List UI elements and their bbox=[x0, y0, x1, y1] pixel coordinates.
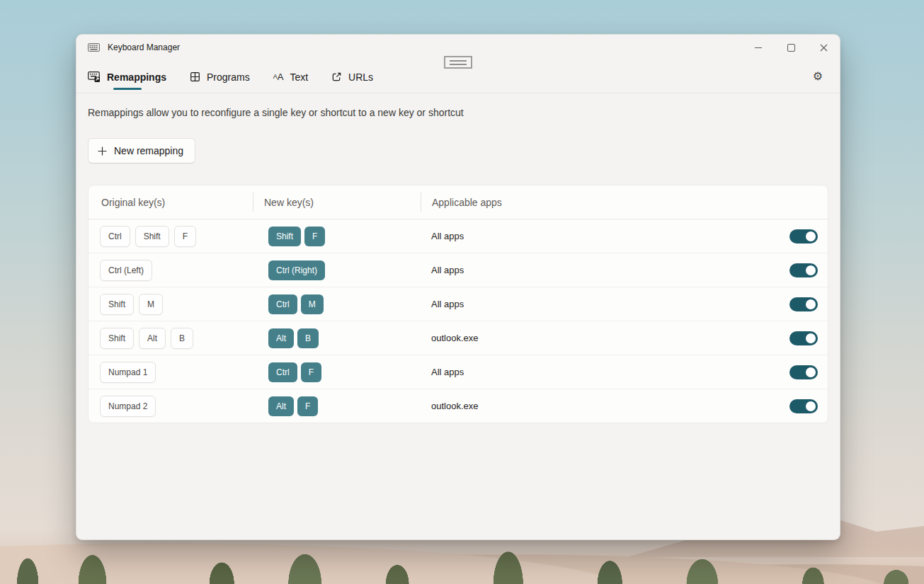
original-keys: Numpad 2 bbox=[100, 396, 268, 417]
minimize-icon bbox=[755, 47, 762, 48]
wallpaper-trees bbox=[0, 539, 924, 584]
row-enabled-toggle[interactable] bbox=[789, 297, 818, 311]
new-keys: AltB bbox=[268, 328, 431, 348]
original-keys: Ctrl (Left) bbox=[100, 260, 268, 281]
toggle-knob bbox=[806, 231, 816, 241]
keyboard-manager-window: Keyboard Manager bbox=[76, 34, 840, 540]
toggle-knob bbox=[806, 401, 816, 411]
plus-icon bbox=[98, 147, 107, 156]
tab-text[interactable]: AA Text bbox=[273, 60, 308, 93]
new-remapping-label: New remapping bbox=[114, 145, 183, 156]
tab-strip: Remappings Programs AA Text bbox=[76, 60, 840, 93]
window-title: Keyboard Manager bbox=[108, 42, 180, 52]
text-aa-icon: AA bbox=[273, 72, 284, 81]
toggle-knob bbox=[806, 299, 816, 309]
key-chip: Ctrl bbox=[100, 226, 130, 247]
new-remapping-button[interactable]: New remapping bbox=[88, 138, 195, 164]
new-keys: CtrlF bbox=[268, 362, 431, 382]
page-description: Remappings allow you to reconfigure a si… bbox=[88, 107, 828, 118]
key-chip: Numpad 2 bbox=[100, 396, 156, 417]
tab-label: Programs bbox=[207, 71, 250, 83]
tab-indicator bbox=[113, 88, 142, 90]
key-chip: F bbox=[304, 227, 325, 246]
key-chip: Alt bbox=[268, 396, 294, 416]
toggle-knob bbox=[806, 333, 816, 343]
key-chip: Alt bbox=[268, 328, 294, 348]
tab-label: Text bbox=[290, 71, 308, 83]
column-header-original-keys: Original key(s) bbox=[101, 197, 264, 208]
new-keys: CtrlM bbox=[268, 294, 431, 314]
table-row[interactable]: Ctrl (Left) Ctrl (Right) All apps bbox=[89, 253, 828, 287]
row-enabled-toggle[interactable] bbox=[789, 263, 818, 277]
maximize-button[interactable] bbox=[775, 35, 807, 60]
remappings-table: Original key(s) New key(s) Applicable ap… bbox=[88, 185, 828, 423]
keyboard-icon bbox=[88, 43, 100, 52]
key-chip: Ctrl (Right) bbox=[268, 260, 325, 280]
key-chip: Shift bbox=[100, 328, 134, 349]
table-row[interactable]: CtrlShiftF ShiftF All apps bbox=[89, 219, 828, 253]
key-chip: Shift bbox=[268, 227, 301, 246]
table-header: Original key(s) New key(s) Applicable ap… bbox=[89, 185, 828, 219]
key-chip: B bbox=[171, 328, 193, 349]
maximize-icon bbox=[787, 44, 795, 52]
new-keys: Ctrl (Right) bbox=[268, 260, 431, 280]
tab-programs[interactable]: Programs bbox=[190, 60, 250, 93]
close-icon bbox=[820, 44, 828, 52]
original-keys: ShiftAltB bbox=[100, 328, 268, 349]
row-enabled-toggle[interactable] bbox=[789, 365, 818, 379]
applicable-apps: All apps bbox=[431, 299, 778, 309]
key-chip: Ctrl bbox=[268, 362, 297, 382]
key-chip: Numpad 1 bbox=[100, 362, 156, 383]
title-bar[interactable]: Keyboard Manager bbox=[76, 35, 840, 60]
external-link-icon bbox=[331, 71, 342, 82]
new-keys: ShiftF bbox=[268, 227, 431, 246]
table-row[interactable]: Numpad 2 AltF outlook.exe bbox=[89, 389, 828, 423]
applicable-apps: All apps bbox=[431, 231, 778, 241]
gear-icon: ⚙ bbox=[813, 71, 823, 82]
key-chip: F bbox=[174, 226, 196, 247]
tab-label: URLs bbox=[348, 71, 373, 83]
column-header-applicable-apps: Applicable apps bbox=[432, 197, 778, 208]
table-row[interactable]: Numpad 1 CtrlF All apps bbox=[89, 355, 828, 389]
tab-urls[interactable]: URLs bbox=[331, 60, 373, 93]
table-row[interactable]: ShiftAltB AltB outlook.exe bbox=[89, 321, 828, 355]
key-chip: Shift bbox=[135, 226, 169, 247]
key-chip: F bbox=[297, 396, 318, 416]
key-chip: M bbox=[301, 294, 324, 314]
key-chip: Alt bbox=[139, 328, 166, 349]
applicable-apps: outlook.exe bbox=[431, 333, 778, 343]
table-body: CtrlShiftF ShiftF All apps Ctrl (Left) C… bbox=[89, 219, 828, 423]
key-chip: Shift bbox=[100, 294, 134, 315]
original-keys: CtrlShiftF bbox=[100, 226, 268, 247]
programs-grid-icon bbox=[190, 71, 200, 82]
original-keys: ShiftM bbox=[100, 294, 268, 315]
row-enabled-toggle[interactable] bbox=[789, 331, 818, 345]
row-enabled-toggle[interactable] bbox=[789, 229, 818, 244]
toggle-knob bbox=[806, 367, 816, 377]
key-chip: M bbox=[139, 294, 163, 315]
applicable-apps: All apps bbox=[431, 367, 778, 377]
row-enabled-toggle[interactable] bbox=[789, 399, 818, 413]
remap-keyboard-icon bbox=[88, 71, 101, 82]
column-header-new-keys: New key(s) bbox=[264, 197, 432, 208]
key-chip: B bbox=[297, 328, 319, 348]
applicable-apps: All apps bbox=[431, 265, 778, 275]
minimize-button[interactable] bbox=[742, 35, 775, 60]
key-chip: Ctrl bbox=[268, 294, 297, 314]
original-keys: Numpad 1 bbox=[100, 362, 268, 383]
close-button[interactable] bbox=[807, 35, 840, 60]
key-chip: Ctrl (Left) bbox=[100, 260, 152, 281]
toggle-knob bbox=[806, 265, 816, 275]
header-divider bbox=[253, 193, 253, 212]
settings-button[interactable]: ⚙ bbox=[807, 66, 828, 87]
new-keys: AltF bbox=[268, 396, 431, 416]
table-row[interactable]: ShiftM CtrlM All apps bbox=[89, 287, 828, 321]
applicable-apps: outlook.exe bbox=[431, 401, 778, 411]
key-chip: F bbox=[301, 362, 321, 382]
tab-label: Remappings bbox=[107, 71, 166, 83]
tab-remappings[interactable]: Remappings bbox=[88, 60, 166, 93]
header-divider bbox=[421, 193, 421, 212]
